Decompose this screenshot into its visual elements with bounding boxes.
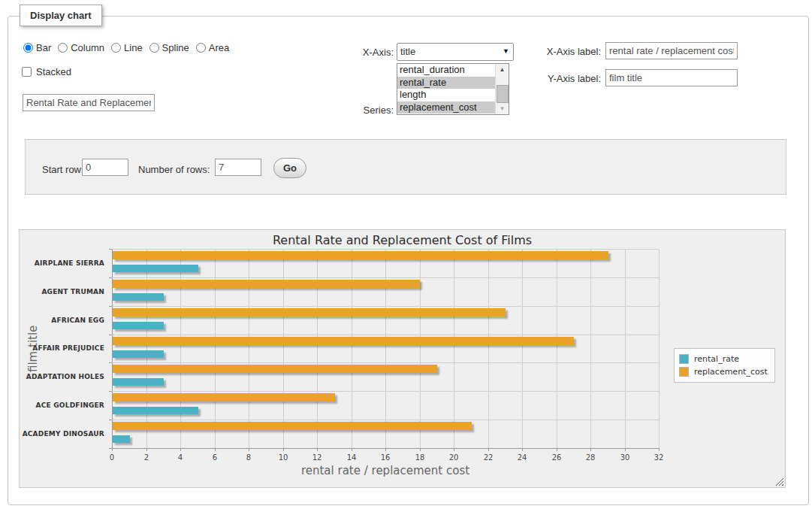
- stacked-label: Stacked: [36, 66, 71, 77]
- chart-x-axis-label: rental rate / replacement cost: [112, 464, 659, 477]
- gridline-horizontal: [112, 306, 659, 307]
- chart-type-radio-group: BarColumnLineSplineArea: [23, 42, 236, 53]
- y-tick-mark: [109, 249, 112, 250]
- chart-type-label: Area: [209, 42, 229, 53]
- bar-replacement-cost[interactable]: [113, 308, 506, 317]
- category-label: AFRICAN EGG: [20, 306, 104, 335]
- bar-rental-rate[interactable]: [113, 293, 164, 301]
- x-tick-label: 8: [234, 453, 264, 462]
- gridline-horizontal: [112, 420, 659, 420]
- bar-replacement-cost[interactable]: [113, 337, 574, 345]
- gridline-vertical: [283, 249, 284, 448]
- x-tick-label: 4: [165, 453, 195, 462]
- gridline-vertical: [146, 249, 147, 448]
- chart-type-option-line[interactable]: Line: [111, 42, 143, 53]
- chart-type-option-area[interactable]: Area: [196, 42, 229, 53]
- stacked-row: Stacked: [22, 66, 71, 77]
- y-axis-label-input[interactable]: [605, 69, 738, 86]
- bar-rental-rate[interactable]: [113, 407, 198, 414]
- bar-rental-rate[interactable]: [113, 350, 164, 358]
- chart-type-radio-line[interactable]: [111, 43, 121, 53]
- category-label: ADAPTATION HOLES: [20, 362, 104, 391]
- gridline-horizontal: [112, 448, 659, 449]
- go-button[interactable]: Go: [273, 158, 306, 178]
- start-row-label: Start row:: [42, 164, 84, 175]
- num-rows-input[interactable]: [215, 159, 261, 176]
- series-multiselect[interactable]: rental_durationrental_ratelengthreplacem…: [397, 63, 509, 115]
- x-axis-selected-value: title: [400, 46, 415, 57]
- chart-type-option-column[interactable]: Column: [58, 42, 104, 53]
- bar-replacement-cost[interactable]: [113, 422, 472, 430]
- y-tick-mark: [109, 306, 112, 307]
- chart-type-radio-column[interactable]: [58, 43, 68, 53]
- series-options: rental_durationrental_ratelengthreplacem…: [397, 64, 509, 114]
- scroll-up-icon[interactable]: ▲: [496, 64, 509, 75]
- bar-replacement-cost[interactable]: [113, 280, 420, 288]
- gridline-horizontal: [112, 249, 659, 250]
- bar-rental-rate[interactable]: [113, 435, 130, 443]
- bar-rental-rate[interactable]: [113, 378, 164, 386]
- stacked-checkbox[interactable]: [22, 67, 32, 77]
- chart-type-radio-bar[interactable]: [23, 43, 33, 53]
- gridline-vertical: [420, 249, 421, 448]
- chart-title-input[interactable]: [23, 94, 155, 111]
- x-tick-label: 30: [610, 453, 640, 462]
- gridline-horizontal: [112, 335, 659, 335]
- x-tick-label: 6: [200, 453, 230, 462]
- x-tick-label: 20: [439, 453, 469, 462]
- category-label: ACADEMY DINOSAUR: [20, 420, 104, 448]
- gridline-vertical: [352, 249, 352, 448]
- num-rows-label: Number of rows:: [138, 164, 210, 175]
- x-tick-label: 26: [542, 453, 572, 462]
- gridline-vertical: [625, 249, 626, 448]
- gridline-vertical: [522, 249, 523, 448]
- series-option-rental_duration[interactable]: rental_duration: [397, 64, 496, 77]
- chart-title: Rental Rate and Replacement Cost of Film…: [20, 233, 785, 247]
- y-tick-mark: [109, 335, 112, 335]
- x-axis-label-input[interactable]: [605, 42, 738, 59]
- series-scrollbar[interactable]: ▲ ▼: [495, 64, 509, 114]
- x-axis-select-label: X-Axis:: [331, 47, 394, 58]
- pagination-panel: Start row: Number of rows: Go: [25, 139, 786, 195]
- y-tick-mark: [109, 448, 112, 449]
- bar-rental-rate[interactable]: [113, 265, 198, 272]
- chevron-down-icon: ▼: [503, 48, 509, 55]
- series-option-length[interactable]: length: [397, 89, 496, 101]
- y-tick-mark: [109, 277, 112, 278]
- chart-type-option-bar[interactable]: Bar: [23, 42, 51, 53]
- series-option-replacement_cost[interactable]: replacement_cost: [397, 101, 496, 114]
- category-label: AIRPLANE SIERRA: [20, 249, 104, 277]
- series-list-label: Series:: [331, 105, 394, 116]
- bar-replacement-cost[interactable]: [113, 365, 437, 373]
- category-label: AGENT TRUMAN: [20, 277, 104, 306]
- category-label: AFFAIR PREJUDICE: [20, 335, 104, 363]
- chart-type-option-spline[interactable]: Spline: [149, 42, 189, 53]
- x-tick-label: 18: [405, 453, 435, 462]
- legend-swatch: [679, 367, 689, 377]
- gridline-vertical: [249, 249, 249, 448]
- scrollbar-thumb[interactable]: [497, 85, 509, 103]
- x-axis-select[interactable]: title ▼: [397, 43, 514, 61]
- bar-replacement-cost[interactable]: [113, 251, 608, 259]
- y-tick-mark: [109, 420, 112, 420]
- gridline-vertical: [215, 249, 216, 448]
- plot-area: 02468101214161820222426283032AIRPLANE SI…: [112, 249, 659, 448]
- gridline-vertical: [180, 249, 181, 448]
- bar-rental-rate[interactable]: [113, 322, 164, 329]
- resize-handle-icon[interactable]: [775, 477, 783, 486]
- scroll-down-icon[interactable]: ▼: [496, 103, 509, 114]
- start-row-input[interactable]: [82, 159, 128, 176]
- chart-type-radio-spline[interactable]: [149, 43, 159, 53]
- chart-type-label: Column: [71, 42, 104, 53]
- legend-entry-rental_rate: rental_rate: [679, 353, 768, 365]
- chart-type-label: Spline: [162, 42, 189, 53]
- x-axis-label-field-label: X-Axis label:: [530, 46, 601, 57]
- chart-type-label: Line: [124, 42, 143, 53]
- gridline-horizontal: [112, 391, 659, 392]
- bar-replacement-cost[interactable]: [113, 393, 335, 401]
- fieldset-legend: Display chart: [20, 5, 102, 26]
- x-tick-label: 28: [575, 453, 605, 462]
- series-option-rental_rate[interactable]: rental_rate: [397, 77, 496, 89]
- chart-type-radio-area[interactable]: [196, 43, 206, 53]
- x-tick-label: 24: [507, 453, 537, 462]
